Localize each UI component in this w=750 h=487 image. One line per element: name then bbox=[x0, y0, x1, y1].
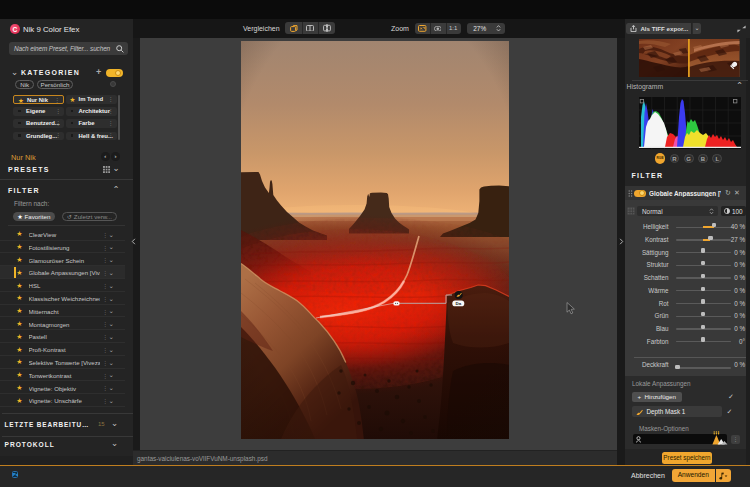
svg-text:Da: Da bbox=[455, 301, 461, 306]
